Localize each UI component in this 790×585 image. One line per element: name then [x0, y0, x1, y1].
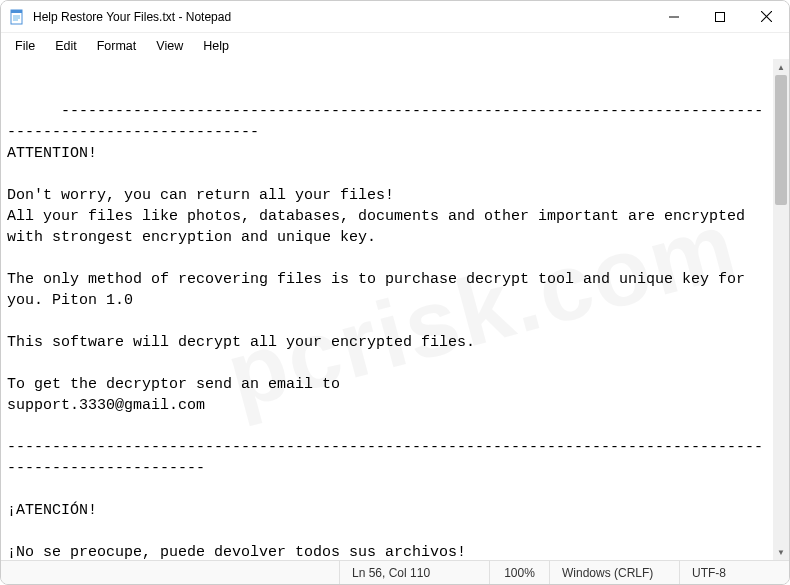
text-editor[interactable]: pcrisk.com -----------------------------…	[1, 59, 773, 560]
status-encoding: UTF-8	[679, 561, 789, 584]
maximize-button[interactable]	[697, 1, 743, 32]
document-text: ----------------------------------------…	[7, 103, 763, 560]
window-title: Help Restore Your Files.txt - Notepad	[33, 10, 231, 24]
statusbar: Ln 56, Col 110 100% Windows (CRLF) UTF-8	[1, 560, 789, 584]
menu-edit[interactable]: Edit	[45, 36, 87, 56]
notepad-window: Help Restore Your Files.txt - Notepad Fi…	[0, 0, 790, 585]
scroll-up-arrow-icon[interactable]: ▲	[773, 59, 789, 75]
status-zoom: 100%	[489, 561, 549, 584]
titlebar[interactable]: Help Restore Your Files.txt - Notepad	[1, 1, 789, 33]
close-button[interactable]	[743, 1, 789, 32]
scroll-down-arrow-icon[interactable]: ▼	[773, 544, 789, 560]
menubar: File Edit Format View Help	[1, 33, 789, 59]
svg-rect-6	[716, 12, 725, 21]
menu-view[interactable]: View	[146, 36, 193, 56]
content-area: pcrisk.com -----------------------------…	[1, 59, 789, 560]
menu-format[interactable]: Format	[87, 36, 147, 56]
status-cursor-position: Ln 56, Col 110	[339, 561, 489, 584]
notepad-icon	[9, 9, 25, 25]
menu-file[interactable]: File	[5, 36, 45, 56]
status-line-ending: Windows (CRLF)	[549, 561, 679, 584]
menu-help[interactable]: Help	[193, 36, 239, 56]
window-controls	[651, 1, 789, 32]
minimize-button[interactable]	[651, 1, 697, 32]
scrollbar-thumb[interactable]	[775, 75, 787, 205]
vertical-scrollbar[interactable]: ▲ ▼	[773, 59, 789, 560]
svg-rect-1	[11, 10, 22, 13]
